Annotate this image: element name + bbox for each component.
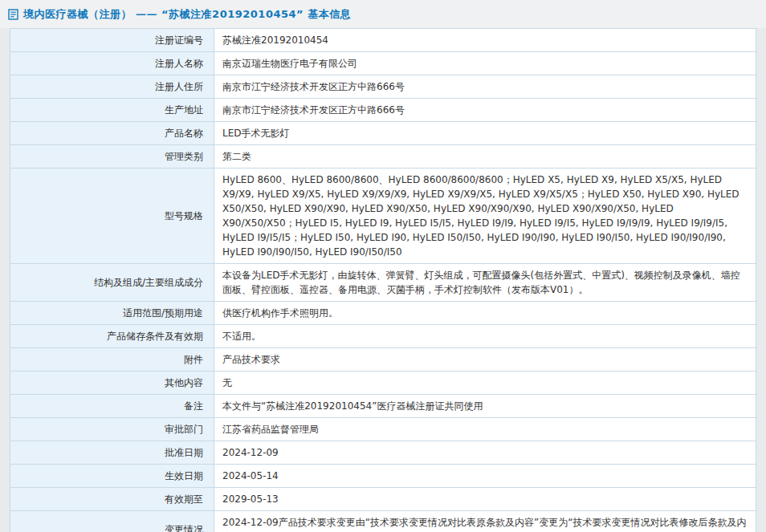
table-row: 结构及组成/主要组成成分 本设备为LED手术无影灯，由旋转体、弹簧臂、灯头组成，… <box>10 263 756 301</box>
row-value: 2024-12-09 <box>214 441 756 464</box>
table-row: 产品名称 LED手术无影灯 <box>10 121 756 144</box>
table-row: 审批部门 江苏省药品监督管理局 <box>10 417 756 441</box>
table-row: 注册人名称 南京迈瑞生物医疗电子有限公司 <box>10 51 756 75</box>
row-value: 江苏省药品监督管理局 <box>214 418 756 441</box>
row-value: 苏械注准20192010454 <box>214 29 756 51</box>
row-value: 产品技术要求 <box>214 348 756 371</box>
row-value: 第二类 <box>214 145 756 168</box>
row-label: 生产地址 <box>10 99 214 121</box>
row-label: 备注 <box>10 395 214 417</box>
row-label: 变更情况 <box>10 511 214 532</box>
row-label: 有效期至 <box>10 488 214 510</box>
row-label: 生效日期 <box>10 465 214 487</box>
table-row: 型号规格 HyLED 8600、HyLED 8600/8600、HyLED 86… <box>10 168 756 263</box>
row-label: 注册证编号 <box>10 29 214 51</box>
row-label: 注册人名称 <box>10 52 214 75</box>
row-label: 型号规格 <box>10 169 214 263</box>
table-row: 有效期至 2029-05-13 <box>10 487 756 510</box>
row-value: 南京市江宁经济技术开发区正方中路666号 <box>214 75 756 98</box>
row-value: 不适用。 <box>214 325 756 347</box>
table-row: 批准日期 2024-12-09 <box>10 441 756 464</box>
table-row: 变更情况 2024-12-09产品技术要求变更由“技术要求变更情况对比表原条款及… <box>10 510 756 532</box>
row-label: 其他内容 <box>10 372 214 394</box>
table-row: 生效日期 2024-05-14 <box>10 464 756 487</box>
row-label: 附件 <box>10 348 214 371</box>
row-label: 产品储存条件及有效期 <box>10 325 214 347</box>
row-value: 2024-05-14 <box>214 465 756 487</box>
row-value: 南京市江宁经济技术开发区正方中路666号 <box>214 99 756 121</box>
row-label: 产品名称 <box>10 122 214 144</box>
page: 境内医疗器械（注册） —— “苏械注准20192010454” 基本信息 注册证… <box>0 0 766 532</box>
table-row: 管理类别 第二类 <box>10 144 756 168</box>
row-label: 注册人住所 <box>10 75 214 98</box>
row-label: 管理类别 <box>10 145 214 168</box>
row-value: HyLED 8600、HyLED 8600/8600、HyLED 8600/86… <box>214 169 756 263</box>
row-label: 审批部门 <box>10 418 214 441</box>
table-row: 附件 产品技术要求 <box>10 347 756 371</box>
row-value: 无 <box>214 372 756 394</box>
table-row: 注册人住所 南京市江宁经济技术开发区正方中路666号 <box>10 75 756 98</box>
row-value: 供医疗机构作手术照明用。 <box>214 302 756 324</box>
table-row: 产品储存条件及有效期 不适用。 <box>10 324 756 347</box>
table-row: 生产地址 南京市江宁经济技术开发区正方中路666号 <box>10 98 756 121</box>
document-icon <box>8 9 18 20</box>
page-header: 境内医疗器械（注册） —— “苏械注准20192010454” 基本信息 <box>0 0 766 28</box>
info-table: 注册证编号 苏械注准20192010454 注册人名称 南京迈瑞生物医疗电子有限… <box>10 28 756 532</box>
row-value: 本设备为LED手术无影灯，由旋转体、弹簧臂、灯头组成，可配置摄像头(包括外置式、… <box>214 264 756 301</box>
table-row: 适用范围/预期用途 供医疗机构作手术照明用。 <box>10 301 756 324</box>
row-label: 批准日期 <box>10 441 214 464</box>
table-row: 备注 本文件与“苏械注准20192010454”医疗器械注册证共同使用 <box>10 394 756 417</box>
row-label: 适用范围/预期用途 <box>10 302 214 324</box>
row-value: 本文件与“苏械注准20192010454”医疗器械注册证共同使用 <box>214 395 756 417</box>
row-label: 结构及组成/主要组成成分 <box>10 264 214 301</box>
row-value: 南京迈瑞生物医疗电子有限公司 <box>214 52 756 75</box>
table-row: 其他内容 无 <box>10 371 756 394</box>
page-title: 境内医疗器械（注册） —— “苏械注准20192010454” 基本信息 <box>23 7 351 22</box>
row-value: 2029-05-13 <box>214 488 756 510</box>
table-row: 注册证编号 苏械注准20192010454 <box>10 29 756 51</box>
row-value: LED手术无影灯 <box>214 122 756 144</box>
row-value: 2024-12-09产品技术要求变更由“技术要求变更情况对比表原条款及内容”变更… <box>214 511 756 532</box>
